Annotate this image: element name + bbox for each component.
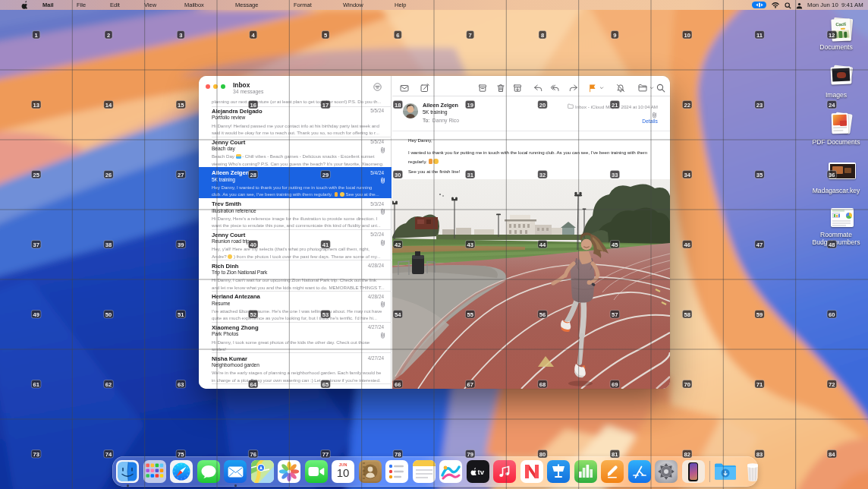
- svg-text:78: 78: [395, 451, 401, 458]
- svg-text:61: 61: [33, 381, 39, 388]
- svg-text:26: 26: [105, 172, 112, 178]
- svg-text:59: 59: [756, 311, 763, 318]
- svg-text:9: 9: [613, 32, 616, 39]
- svg-text:25: 25: [33, 172, 39, 178]
- svg-text:23: 23: [756, 102, 763, 109]
- svg-text:67: 67: [467, 381, 473, 388]
- svg-text:72: 72: [829, 381, 835, 388]
- svg-text:33: 33: [612, 172, 618, 178]
- svg-text:11: 11: [756, 32, 763, 39]
- svg-text:66: 66: [395, 381, 401, 388]
- svg-text:71: 71: [756, 381, 763, 388]
- svg-text:13: 13: [33, 102, 39, 109]
- svg-text:51: 51: [178, 311, 184, 318]
- svg-text:16: 16: [250, 102, 256, 109]
- svg-text:7: 7: [469, 32, 472, 39]
- svg-text:3: 3: [179, 32, 182, 39]
- svg-text:75: 75: [178, 451, 184, 458]
- svg-text:80: 80: [539, 451, 546, 458]
- svg-text:50: 50: [105, 311, 112, 318]
- svg-text:82: 82: [684, 451, 690, 458]
- svg-text:63: 63: [178, 381, 184, 388]
- svg-text:10: 10: [684, 32, 690, 39]
- svg-text:30: 30: [395, 172, 401, 178]
- svg-text:17: 17: [322, 102, 329, 109]
- svg-text:6: 6: [396, 32, 399, 39]
- svg-text:27: 27: [178, 172, 184, 178]
- svg-text:38: 38: [105, 241, 112, 248]
- svg-text:70: 70: [684, 381, 690, 388]
- svg-text:12: 12: [829, 32, 835, 39]
- svg-text:53: 53: [322, 311, 329, 318]
- svg-text:2: 2: [107, 32, 110, 39]
- svg-text:36: 36: [829, 172, 835, 178]
- svg-text:21: 21: [612, 102, 618, 109]
- svg-text:28: 28: [250, 172, 256, 178]
- svg-text:46: 46: [684, 241, 690, 248]
- svg-text:58: 58: [684, 311, 690, 318]
- svg-text:55: 55: [467, 311, 473, 318]
- svg-text:24: 24: [829, 102, 835, 109]
- svg-text:31: 31: [467, 172, 473, 178]
- svg-text:8: 8: [541, 32, 544, 39]
- svg-text:64: 64: [250, 381, 256, 388]
- svg-text:32: 32: [539, 172, 546, 178]
- svg-text:49: 49: [33, 311, 39, 318]
- svg-text:35: 35: [756, 172, 763, 178]
- svg-text:19: 19: [467, 102, 473, 109]
- svg-text:77: 77: [322, 451, 329, 458]
- svg-text:81: 81: [612, 451, 618, 458]
- svg-text:47: 47: [756, 241, 763, 248]
- svg-text:65: 65: [322, 381, 329, 388]
- svg-text:39: 39: [178, 241, 184, 248]
- svg-text:60: 60: [829, 311, 835, 318]
- svg-text:52: 52: [250, 311, 256, 318]
- svg-text:69: 69: [612, 381, 618, 388]
- svg-text:29: 29: [322, 172, 329, 178]
- svg-text:73: 73: [33, 451, 39, 458]
- svg-text:20: 20: [539, 102, 546, 109]
- svg-text:62: 62: [105, 381, 112, 388]
- svg-text:40: 40: [250, 241, 256, 248]
- svg-text:43: 43: [467, 241, 473, 248]
- svg-text:42: 42: [395, 241, 401, 248]
- svg-text:34: 34: [684, 172, 690, 178]
- svg-text:79: 79: [467, 451, 473, 458]
- svg-text:45: 45: [612, 241, 618, 248]
- svg-text:15: 15: [178, 102, 184, 109]
- svg-text:76: 76: [250, 451, 256, 458]
- svg-text:18: 18: [395, 102, 401, 109]
- svg-text:54: 54: [395, 311, 401, 318]
- svg-text:44: 44: [539, 241, 546, 248]
- svg-text:41: 41: [322, 241, 329, 248]
- svg-text:83: 83: [756, 451, 763, 458]
- svg-text:37: 37: [33, 241, 39, 248]
- svg-text:56: 56: [539, 311, 546, 318]
- svg-text:68: 68: [539, 381, 546, 388]
- svg-text:84: 84: [829, 451, 835, 458]
- svg-text:22: 22: [684, 102, 690, 109]
- svg-text:57: 57: [612, 311, 618, 318]
- svg-text:48: 48: [829, 241, 835, 248]
- svg-text:14: 14: [105, 102, 112, 109]
- svg-text:74: 74: [105, 451, 112, 458]
